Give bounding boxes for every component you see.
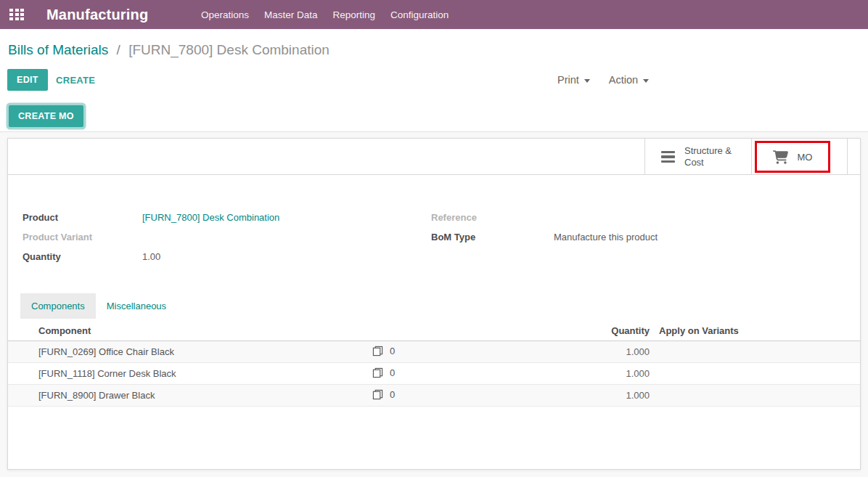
action-dropdowns: Print Action [557, 74, 649, 86]
component-name: [FURN_1118] Corner Desk Black [38, 368, 176, 379]
mo-button[interactable]: MO [755, 141, 830, 173]
copy-icon [372, 367, 383, 378]
column-header-component[interactable]: Component [38, 325, 91, 336]
product-label: Product [22, 212, 58, 223]
column-header-quantity[interactable]: Quantity [611, 325, 650, 336]
print-dropdown-label: Print [557, 74, 579, 86]
product-variant-label: Product Variant [22, 232, 92, 242]
component-quantity: 1.000 [626, 390, 650, 401]
quantity-value: 1.00 [142, 251, 160, 262]
component-row[interactable]: [FURN_8900] Drawer Black 0 1.000 [8, 385, 860, 407]
copy-badge[interactable]: 0 [372, 389, 395, 400]
edit-button[interactable]: EDIT [7, 69, 48, 91]
copy-icon [372, 346, 383, 356]
copy-badge[interactable]: 0 [372, 367, 395, 378]
bom-type-value: Manufacture this product [554, 232, 658, 242]
component-quantity: 1.000 [626, 368, 650, 379]
shopping-cart-icon [773, 150, 788, 164]
breadcrumb-current: [FURN_7800] Desk Combination [128, 42, 329, 57]
tab-components[interactable]: Components [20, 293, 96, 319]
copy-count: 0 [390, 367, 395, 378]
structure-cost-button[interactable]: Structure & Cost [644, 139, 751, 175]
components-table-header: Component Quantity Apply on Variants [8, 320, 860, 341]
chevron-down-icon [584, 79, 590, 83]
component-row[interactable]: [FURN_1118] Corner Desk Black 0 1.000 [8, 363, 860, 385]
nav-menus: Operations Master Data Reporting Configu… [193, 9, 456, 20]
component-row[interactable]: [FURN_0269] Office Chair Black 0 1.000 [8, 341, 860, 363]
copy-count: 0 [390, 389, 395, 400]
chevron-down-icon [643, 79, 649, 83]
tab-miscellaneous[interactable]: Miscellaneous [96, 293, 177, 319]
component-quantity: 1.000 [626, 346, 650, 357]
statusbar: Structure & Cost MO [8, 139, 860, 175]
notebook-tabs: Components Miscellaneous [20, 293, 177, 319]
nav-menu-reporting[interactable]: Reporting [325, 9, 383, 20]
reference-label: Reference [431, 212, 477, 223]
components-table-body: [FURN_0269] Office Chair Black 0 1.000 [… [8, 341, 860, 407]
apps-menu-icon[interactable] [9, 9, 24, 20]
component-name: [FURN_8900] Drawer Black [38, 390, 155, 401]
create-button[interactable]: CREATE [56, 75, 95, 86]
nav-menu-configuration[interactable]: Configuration [383, 9, 456, 20]
mo-button-cell: MO [751, 139, 848, 175]
breadcrumb: Bills of Materials / [FURN_7800] Desk Co… [8, 42, 329, 58]
copy-badge[interactable]: 0 [372, 346, 395, 356]
bars-icon [661, 149, 675, 166]
column-header-apply-on-variants[interactable]: Apply on Variants [659, 325, 739, 336]
quantity-label: Quantity [22, 251, 61, 262]
structure-cost-label: Structure & Cost [684, 145, 732, 168]
create-mo-button[interactable]: CREATE MO [9, 105, 83, 127]
breadcrumb-separator: / [117, 42, 120, 57]
copy-count: 0 [390, 346, 395, 356]
mo-button-label: MO [798, 152, 813, 163]
app-title[interactable]: Manufacturing [46, 7, 148, 23]
breadcrumb-parent-link[interactable]: Bills of Materials [8, 42, 108, 57]
product-value-link[interactable]: [FURN_7800] Desk Combination [142, 212, 279, 223]
bom-form-sheet: Structure & Cost MO Product [FURN_7800] … [7, 138, 861, 470]
top-navbar: Manufacturing Operations Master Data Rep… [0, 0, 868, 29]
nav-menu-operations[interactable]: Operations [193, 9, 256, 20]
print-dropdown[interactable]: Print [557, 74, 590, 86]
action-dropdown-label: Action [609, 74, 638, 86]
component-name: [FURN_0269] Office Chair Black [38, 346, 174, 357]
copy-icon [372, 389, 383, 400]
action-dropdown[interactable]: Action [609, 74, 649, 86]
nav-menu-master-data[interactable]: Master Data [256, 9, 325, 20]
bom-type-label: BoM Type [431, 232, 475, 242]
